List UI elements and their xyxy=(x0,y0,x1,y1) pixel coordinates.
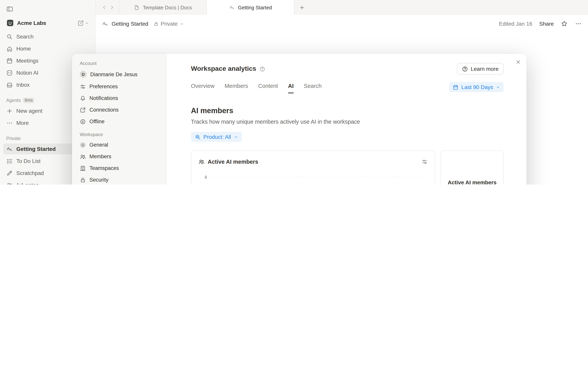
learn-more-button[interactable]: Learn more xyxy=(457,63,504,75)
product-filter-label: Product: All xyxy=(203,134,231,140)
breadcrumb[interactable]: Getting Started xyxy=(102,20,148,27)
forward-icon[interactable] xyxy=(109,4,115,10)
item-label: Search xyxy=(16,33,34,40)
product-filter[interactable]: Product: All xyxy=(191,132,242,142)
tab-template-docs-docs[interactable]: Template Docs | Docs xyxy=(119,0,206,15)
workspace-logo-icon xyxy=(6,19,14,27)
ai-members-heading: AI members xyxy=(191,107,504,115)
analytics-tab-search[interactable]: Search xyxy=(304,81,322,93)
inbox-icon xyxy=(6,82,13,88)
doodle-icon xyxy=(6,146,13,152)
settings-nav-item-offline[interactable]: Offline xyxy=(76,116,162,127)
analytics-tab-overview[interactable]: Overview xyxy=(191,81,215,93)
item-label: 1:1 notes xyxy=(16,182,39,184)
item-label: Preferences xyxy=(89,84,118,89)
settings-nav-item-security[interactable]: Security xyxy=(76,174,162,184)
settings-nav-item-general[interactable]: General xyxy=(76,140,162,150)
stat-card-active-ai-members: Active AI members3in the last 90 days xyxy=(441,151,504,184)
item-label: More xyxy=(16,120,29,126)
user-name: Dianmarie De Jesus xyxy=(90,71,137,77)
tabs: Template Docs | DocsGetting Started xyxy=(119,0,294,15)
item-label: Notion AI xyxy=(16,70,39,76)
gear-icon xyxy=(80,142,86,148)
chart-title: Active AI members xyxy=(208,159,258,165)
item-label: Getting Started xyxy=(16,146,56,152)
analytics-tabs: OverviewMembersContentAISearch xyxy=(191,81,322,93)
settings-modal: Account D Dianmarie De Jesus Preferences… xyxy=(72,54,526,184)
analytics-header: Workspace analytics Learn more xyxy=(191,63,504,75)
item-label: Offline xyxy=(89,119,105,124)
item-label: New agent xyxy=(16,108,42,114)
item-label: Members xyxy=(89,154,111,159)
settings-nav-item-preferences[interactable]: Preferences xyxy=(76,81,162,92)
page-title: Getting Started xyxy=(112,20,148,27)
item-label: Scratchpad xyxy=(16,170,44,176)
analytics-cards: Active AI members 0123411/1011/2412/812/… xyxy=(191,151,504,184)
help-circle-icon[interactable] xyxy=(259,66,265,72)
learn-more-label: Learn more xyxy=(471,66,499,72)
item-label: General xyxy=(89,142,108,148)
privacy-toggle[interactable]: Private xyxy=(154,20,184,27)
workspace-switcher[interactable]: Acme Labs xyxy=(3,18,92,28)
lock-icon xyxy=(80,177,86,183)
sidebar-toggle-row xyxy=(3,4,92,18)
stat-cards: Active AI members3in the last 90 daysAI … xyxy=(441,151,504,184)
more-options-icon[interactable] xyxy=(575,20,582,27)
arrowbox-icon xyxy=(80,107,86,113)
workspace-name: Acme Labs xyxy=(17,20,46,26)
members-icon xyxy=(198,159,205,165)
sidebar-item-home[interactable]: Home xyxy=(3,43,92,54)
item-label: Connections xyxy=(89,107,119,113)
pencil-icon xyxy=(6,170,13,176)
compose-icon[interactable] xyxy=(77,20,84,26)
settings-content: Workspace analytics Learn more OverviewM… xyxy=(166,54,526,184)
analytics-title: Workspace analytics xyxy=(191,65,256,73)
settings-nav-item-notifications[interactable]: Notifications xyxy=(76,93,162,103)
back-icon[interactable] xyxy=(101,4,107,10)
chart-card-header: Active AI members xyxy=(198,156,428,167)
privacy-label: Private xyxy=(161,20,177,27)
analytics-tab-members[interactable]: Members xyxy=(225,81,248,93)
item-label: Teamspaces xyxy=(89,165,119,171)
building-icon xyxy=(80,165,86,171)
sidebar-toggle-icon[interactable] xyxy=(6,5,13,12)
tab-label: Template Docs | Docs xyxy=(143,4,192,10)
avatar: D xyxy=(80,71,87,78)
topbar-actions: Edited Jan 16 Share xyxy=(499,20,582,27)
dots-icon xyxy=(6,120,13,126)
doc-icon xyxy=(134,4,140,10)
calendar-icon xyxy=(6,57,13,64)
chevron-down-icon[interactable] xyxy=(85,21,89,25)
analytics-tab-content[interactable]: Content xyxy=(258,81,278,93)
settings-nav-item-members[interactable]: Members xyxy=(76,151,162,162)
filter-icon xyxy=(195,134,201,140)
close-icon[interactable] xyxy=(515,59,521,65)
chart-settings-icon[interactable] xyxy=(422,159,428,165)
item-label: Notifications xyxy=(89,95,118,101)
edited-timestamp: Edited Jan 16 xyxy=(499,20,532,27)
date-range-label: Last 90 Days xyxy=(461,84,493,90)
share-button[interactable]: Share xyxy=(539,20,554,27)
lock-icon xyxy=(154,21,159,26)
favorite-star-icon[interactable] xyxy=(561,20,568,27)
account-user[interactable]: D Dianmarie De Jesus xyxy=(76,68,162,80)
new-tab-button[interactable] xyxy=(294,0,309,15)
sidebar-item-search[interactable]: Search xyxy=(3,31,92,42)
chevron-down-icon xyxy=(180,21,184,26)
chevron-down-icon xyxy=(234,135,238,139)
offline-icon xyxy=(80,118,86,125)
line-chart: 0123411/1011/2412/812/221/51/19 xyxy=(198,174,428,184)
settings-nav-item-teamspaces[interactable]: Teamspaces xyxy=(76,163,162,174)
date-range-select[interactable]: Last 90 Days xyxy=(449,82,504,92)
page-icon xyxy=(102,20,109,27)
item-label: Inbox xyxy=(16,82,30,88)
settings-nav-item-connections[interactable]: Connections xyxy=(76,105,162,115)
tab-getting-started[interactable]: Getting Started xyxy=(206,0,294,15)
workspace-actions xyxy=(77,20,89,26)
plus-icon xyxy=(6,108,13,114)
analytics-tab-ai[interactable]: AI xyxy=(288,81,294,93)
account-items: PreferencesNotificationsConnectionsOffli… xyxy=(76,81,162,127)
stat-title: Active AI members xyxy=(448,179,496,184)
analytics-tabs-row: OverviewMembersContentAISearch Last 90 D… xyxy=(191,81,504,93)
account-section-label: Account xyxy=(76,57,162,68)
